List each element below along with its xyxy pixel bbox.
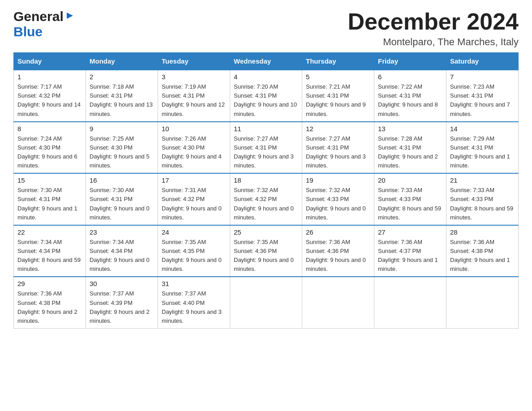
daylight-label: Daylight: 9 hours and 0 minutes. <box>306 257 366 272</box>
daylight-label: Daylight: 9 hours and 1 minute. <box>450 153 510 169</box>
calendar-cell: 15 Sunrise: 7:30 AM Sunset: 4:31 PM Dayl… <box>14 173 86 225</box>
sun-info: Sunrise: 7:36 AM Sunset: 4:38 PM Dayligh… <box>17 289 82 325</box>
sunset-label: Sunset: 4:34 PM <box>90 248 133 254</box>
sunrise-label: Sunrise: 7:30 AM <box>17 187 62 193</box>
weekday-header: Sunday <box>14 53 86 70</box>
daylight-label: Daylight: 9 hours and 3 minutes. <box>162 308 222 324</box>
day-number: 19 <box>306 176 370 184</box>
sunset-label: Sunset: 4:39 PM <box>90 300 133 306</box>
sunset-label: Sunset: 4:36 PM <box>234 248 277 254</box>
sun-info: Sunrise: 7:36 AM Sunset: 4:36 PM Dayligh… <box>306 238 370 274</box>
logo-triangle-icon <box>65 11 75 22</box>
sunset-label: Sunset: 4:34 PM <box>17 248 60 254</box>
sun-info: Sunrise: 7:37 AM Sunset: 4:40 PM Dayligh… <box>162 289 226 325</box>
sunrise-label: Sunrise: 7:32 AM <box>234 187 278 193</box>
sunrise-label: Sunrise: 7:25 AM <box>90 135 134 142</box>
daylight-label: Daylight: 9 hours and 0 minutes. <box>234 257 294 272</box>
calendar-cell: 21 Sunrise: 7:33 AM Sunset: 4:33 PM Dayl… <box>446 173 519 225</box>
sunset-label: Sunset: 4:31 PM <box>378 144 421 151</box>
title-block: December 2024 Montelparo, The Marches, I… <box>348 9 519 48</box>
daylight-label: Daylight: 9 hours and 0 minutes. <box>306 205 366 221</box>
sunset-label: Sunset: 4:31 PM <box>378 92 421 99</box>
sunset-label: Sunset: 4:36 PM <box>306 248 349 254</box>
daylight-label: Daylight: 9 hours and 5 minutes. <box>90 153 150 169</box>
calendar-cell: 25 Sunrise: 7:35 AM Sunset: 4:36 PM Dayl… <box>230 225 302 277</box>
sunset-label: Sunset: 4:33 PM <box>450 196 493 202</box>
sunset-label: Sunset: 4:31 PM <box>162 92 205 99</box>
sun-info: Sunrise: 7:21 AM Sunset: 4:31 PM Dayligh… <box>306 82 370 119</box>
sun-info: Sunrise: 7:35 AM Sunset: 4:35 PM Dayligh… <box>162 238 226 274</box>
sunset-label: Sunset: 4:31 PM <box>306 144 349 151</box>
daylight-label: Daylight: 9 hours and 0 minutes. <box>90 205 150 221</box>
sunrise-label: Sunrise: 7:22 AM <box>378 83 422 90</box>
sunset-label: Sunset: 4:31 PM <box>90 196 133 202</box>
sunrise-label: Sunrise: 7:18 AM <box>90 83 134 90</box>
sunrise-label: Sunrise: 7:17 AM <box>17 83 62 90</box>
weekday-header: Wednesday <box>230 53 302 70</box>
calendar-header-row: SundayMondayTuesdayWednesdayThursdayFrid… <box>14 53 519 70</box>
sun-info: Sunrise: 7:25 AM Sunset: 4:30 PM Dayligh… <box>90 134 154 171</box>
calendar-cell: 17 Sunrise: 7:31 AM Sunset: 4:32 PM Dayl… <box>158 173 230 225</box>
daylight-label: Daylight: 8 hours and 59 minutes. <box>378 205 441 221</box>
day-number: 25 <box>234 228 298 236</box>
sunrise-label: Sunrise: 7:27 AM <box>234 135 278 142</box>
calendar-table: SundayMondayTuesdayWednesdayThursdayFrid… <box>13 52 519 329</box>
daylight-label: Daylight: 9 hours and 0 minutes. <box>162 205 222 221</box>
sun-info: Sunrise: 7:34 AM Sunset: 4:34 PM Dayligh… <box>90 238 154 274</box>
sunrise-label: Sunrise: 7:36 AM <box>378 239 422 245</box>
daylight-label: Daylight: 9 hours and 2 minutes. <box>378 153 438 169</box>
sun-info: Sunrise: 7:23 AM Sunset: 4:31 PM Dayligh… <box>450 82 515 119</box>
daylight-label: Daylight: 9 hours and 0 minutes. <box>162 257 222 272</box>
sun-info: Sunrise: 7:18 AM Sunset: 4:31 PM Dayligh… <box>90 82 154 119</box>
sunrise-label: Sunrise: 7:33 AM <box>378 187 422 193</box>
page-header: General Blue December 2024 Montelparo, T… <box>13 9 519 48</box>
day-number: 16 <box>90 176 154 184</box>
sunrise-label: Sunrise: 7:31 AM <box>162 187 206 193</box>
calendar-cell: 5 Sunrise: 7:21 AM Sunset: 4:31 PM Dayli… <box>302 70 374 122</box>
day-number: 15 <box>17 176 82 184</box>
sun-info: Sunrise: 7:32 AM Sunset: 4:32 PM Dayligh… <box>234 186 298 222</box>
day-number: 28 <box>450 228 515 236</box>
daylight-label: Daylight: 9 hours and 1 minute. <box>450 257 510 272</box>
day-number: 5 <box>306 73 370 81</box>
day-number: 7 <box>450 73 515 81</box>
sunrise-label: Sunrise: 7:35 AM <box>162 239 206 245</box>
sun-info: Sunrise: 7:19 AM Sunset: 4:31 PM Dayligh… <box>162 82 226 119</box>
daylight-label: Daylight: 9 hours and 2 minutes. <box>17 308 77 324</box>
sunrise-label: Sunrise: 7:27 AM <box>306 135 350 142</box>
daylight-label: Daylight: 9 hours and 1 minute. <box>17 205 77 221</box>
logo-general-text: General <box>13 9 64 24</box>
day-number: 11 <box>234 125 298 133</box>
daylight-label: Daylight: 9 hours and 0 minutes. <box>234 205 294 221</box>
day-number: 24 <box>162 228 226 236</box>
sun-info: Sunrise: 7:17 AM Sunset: 4:32 PM Dayligh… <box>17 82 82 119</box>
day-number: 31 <box>162 280 226 287</box>
day-number: 3 <box>162 73 226 81</box>
daylight-label: Daylight: 9 hours and 12 minutes. <box>162 101 225 117</box>
sunset-label: Sunset: 4:32 PM <box>162 196 205 202</box>
calendar-cell <box>446 277 519 328</box>
daylight-label: Daylight: 9 hours and 3 minutes. <box>306 153 366 169</box>
sunset-label: Sunset: 4:31 PM <box>234 144 277 151</box>
daylight-label: Daylight: 9 hours and 7 minutes. <box>450 101 510 117</box>
daylight-label: Daylight: 9 hours and 10 minutes. <box>234 101 297 117</box>
sunrise-label: Sunrise: 7:32 AM <box>306 187 350 193</box>
sunrise-label: Sunrise: 7:20 AM <box>234 83 278 90</box>
day-number: 27 <box>378 228 442 236</box>
sun-info: Sunrise: 7:24 AM Sunset: 4:30 PM Dayligh… <box>17 134 82 171</box>
sunset-label: Sunset: 4:37 PM <box>378 248 421 254</box>
day-number: 20 <box>378 176 442 184</box>
day-number: 10 <box>162 125 226 133</box>
daylight-label: Daylight: 9 hours and 4 minutes. <box>162 153 222 169</box>
sunset-label: Sunset: 4:38 PM <box>17 300 60 306</box>
calendar-cell: 9 Sunrise: 7:25 AM Sunset: 4:30 PM Dayli… <box>86 122 158 174</box>
sunrise-label: Sunrise: 7:19 AM <box>162 83 206 90</box>
sun-info: Sunrise: 7:20 AM Sunset: 4:31 PM Dayligh… <box>234 82 298 119</box>
daylight-label: Daylight: 9 hours and 6 minutes. <box>17 153 77 169</box>
daylight-label: Daylight: 9 hours and 8 minutes. <box>378 101 438 117</box>
logo-blue-text: Blue <box>13 24 43 39</box>
sun-info: Sunrise: 7:29 AM Sunset: 4:31 PM Dayligh… <box>450 134 515 171</box>
sun-info: Sunrise: 7:33 AM Sunset: 4:33 PM Dayligh… <box>378 186 442 222</box>
sunset-label: Sunset: 4:40 PM <box>162 300 205 306</box>
calendar-cell <box>230 277 302 328</box>
